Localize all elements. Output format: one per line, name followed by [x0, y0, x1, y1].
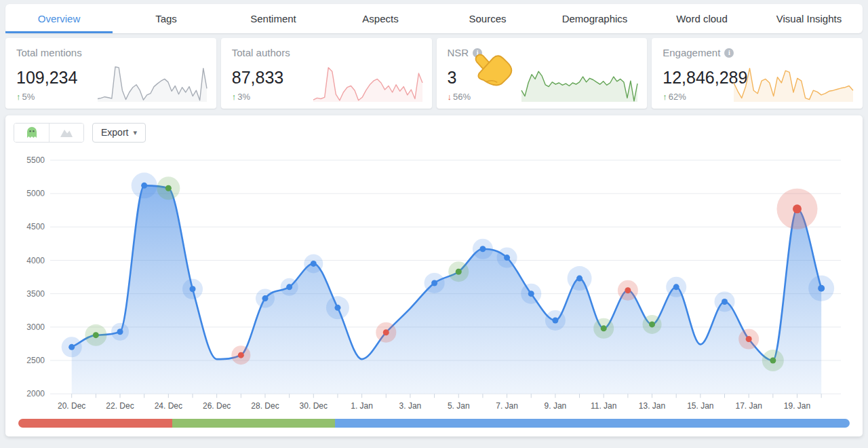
trend-arrow-icon: ↑ — [663, 92, 667, 102]
ghost-icon-toggle-button[interactable] — [14, 124, 49, 142]
x-axis-tick-label: 13. Jan — [639, 401, 665, 411]
x-axis-tick-label: 11. Jan — [591, 401, 616, 411]
chart-point[interactable] — [818, 285, 825, 292]
tab-sources[interactable]: Sources — [434, 4, 541, 33]
trend-arrow-icon: ↑ — [16, 92, 21, 102]
chart-point[interactable] — [238, 352, 244, 358]
chart-point[interactable] — [68, 344, 75, 350]
chart-point[interactable] — [311, 261, 317, 267]
chart-point[interactable] — [673, 284, 679, 290]
area-chart-icon — [59, 126, 74, 138]
x-axis-tick-label: 30. Dec — [300, 401, 328, 411]
info-icon[interactable]: i — [473, 48, 482, 58]
chart-toolbar: Export ▾ — [5, 115, 863, 143]
delta-value: 3% — [237, 92, 250, 102]
tab-word-cloud[interactable]: Word cloud — [648, 4, 755, 33]
y-axis-tick-label: 4500 — [26, 222, 45, 231]
chart-point[interactable] — [479, 246, 486, 252]
x-axis-tick-label: 1. Jan — [351, 401, 373, 411]
tab-overview[interactable]: Overview — [5, 4, 113, 33]
card-label-text: Total authors — [232, 47, 290, 58]
total-authors-card: Total authors 87,833 ↑3% — [221, 38, 432, 109]
chart-type-toggle — [14, 123, 84, 143]
chart-point[interactable] — [576, 276, 583, 282]
y-axis-tick-label: 4000 — [26, 256, 45, 265]
tab-label: Demographics — [562, 13, 628, 24]
chart-point[interactable] — [722, 299, 728, 305]
delta-value: 56% — [453, 92, 471, 102]
card-label-text: NSR — [448, 47, 469, 58]
y-axis-tick-label: 3000 — [26, 322, 45, 332]
total-mentions-card: Total mentions 109,234 ↑5% — [5, 38, 216, 109]
chart-point[interactable] — [286, 284, 292, 290]
total-authors-sparkline — [312, 60, 424, 103]
y-axis-tick-label: 2000 — [26, 389, 45, 398]
engagement-sparkline — [732, 60, 854, 103]
area-chart-toggle-button[interactable] — [49, 124, 83, 142]
sentiment-bar-green-segment[interactable] — [172, 419, 335, 428]
x-axis-tick-label: 19. Jan — [784, 401, 810, 411]
chart-point[interactable] — [456, 269, 462, 275]
total-mentions-sparkline — [96, 60, 208, 103]
sentiment-bar-red-segment[interactable] — [18, 419, 172, 428]
tab-sentiment[interactable]: Sentiment — [220, 4, 327, 33]
chart-point[interactable] — [262, 295, 268, 301]
tab-bar: Overview Tags Sentiment Aspects Sources … — [5, 4, 863, 33]
chart-point[interactable] — [334, 305, 340, 311]
x-axis-tick-label: 28. Dec — [251, 401, 279, 411]
y-axis-tick-label: 5000 — [26, 189, 45, 198]
chart-point[interactable] — [793, 204, 802, 213]
export-label: Export — [101, 127, 128, 138]
kpi-cards-row: Total mentions 109,234 ↑5% Total authors… — [5, 38, 863, 109]
card-label-text: Total mentions — [16, 47, 82, 58]
tab-aspects[interactable]: Aspects — [327, 4, 434, 33]
chart-point[interactable] — [625, 287, 631, 293]
chart-point[interactable] — [165, 185, 172, 191]
chart-point[interactable] — [141, 183, 147, 189]
card-label: NSR i — [448, 47, 638, 58]
tab-label: Aspects — [362, 13, 398, 24]
x-axis-tick-label: 5. Jan — [448, 401, 470, 411]
tab-demographics[interactable]: Demographics — [541, 4, 648, 33]
chart-point[interactable] — [770, 358, 776, 364]
mentions-chart-card: Export ▾ 5500500045004000350030002500200… — [5, 115, 863, 436]
card-label: Engagement i — [663, 47, 853, 58]
chart-point[interactable] — [431, 280, 437, 286]
engagement-card: Engagement i 12,846,289 ↑62% — [652, 38, 863, 109]
sentiment-summary-bar — [18, 419, 850, 428]
x-axis-tick-label: 3. Jan — [399, 401, 422, 411]
chevron-down-icon: ▾ — [133, 128, 137, 137]
tab-label: Word cloud — [676, 13, 728, 24]
chart-point[interactable] — [504, 255, 510, 261]
nsr-card: NSR i 3 ↓56% — [437, 38, 648, 109]
x-axis-tick-label: 15. Jan — [687, 401, 713, 411]
tab-label: Sentiment — [250, 13, 296, 24]
card-label: Total authors — [232, 47, 422, 58]
tab-tags[interactable]: Tags — [113, 4, 220, 33]
chart-point[interactable] — [601, 325, 607, 331]
tab-label: Sources — [469, 13, 506, 24]
chart-point[interactable] — [117, 329, 123, 335]
export-button[interactable]: Export ▾ — [92, 123, 146, 143]
info-icon[interactable]: i — [724, 48, 734, 58]
chart-point[interactable] — [528, 291, 534, 297]
delta-value: 5% — [22, 92, 35, 102]
trend-arrow-icon: ↑ — [232, 92, 237, 102]
trend-arrow-icon: ↓ — [448, 92, 452, 102]
tab-visual-insights[interactable]: Visual Insights — [755, 4, 863, 33]
tab-label: Overview — [38, 13, 81, 24]
chart-point[interactable] — [746, 336, 752, 342]
tab-label: Tags — [155, 13, 177, 24]
chart-point[interactable] — [93, 332, 99, 338]
mentions-over-time-chart[interactable]: 5500500045004000350030002500200020. Dec2… — [5, 144, 863, 417]
chart-point[interactable] — [383, 329, 389, 335]
chart-point[interactable] — [552, 318, 558, 324]
tab-label: Visual Insights — [776, 13, 842, 24]
chart-point[interactable] — [649, 321, 655, 327]
x-axis-tick-label: 17. Jan — [735, 401, 762, 411]
sentiment-bar-blue-segment[interactable] — [335, 419, 850, 428]
x-axis-tick-label: 24. Dec — [155, 401, 182, 411]
y-axis-tick-label: 3500 — [26, 289, 45, 299]
x-axis-tick-label: 26. Dec — [203, 401, 231, 411]
chart-point[interactable] — [190, 286, 196, 292]
